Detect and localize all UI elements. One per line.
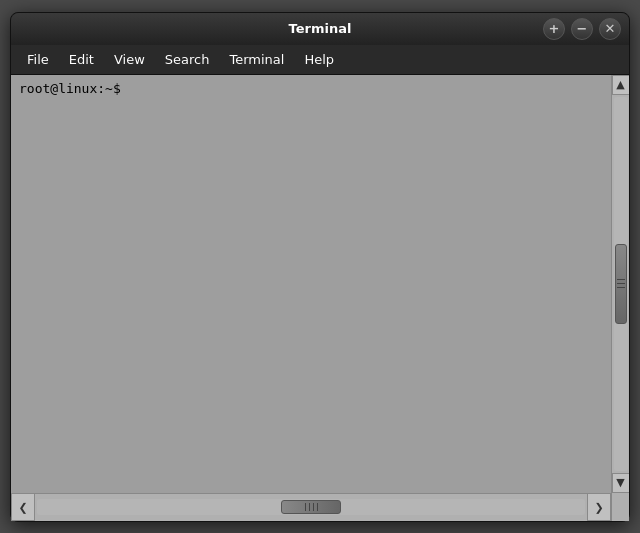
scroll-left-button[interactable]: ❮: [11, 493, 35, 521]
scrollbar-vertical: ▲ ▼: [611, 75, 629, 493]
menu-terminal[interactable]: Terminal: [219, 48, 294, 71]
window-title: Terminal: [289, 21, 352, 36]
bottom-scrollbar-area: ❮ ❯: [11, 493, 629, 521]
window-controls: + − ✕: [543, 18, 621, 40]
scroll-thumb-vertical[interactable]: [615, 244, 627, 324]
menu-bar: File Edit View Search Terminal Help: [11, 45, 629, 75]
grip-h-line-2: [309, 503, 310, 511]
terminal-prompt: root@linux:~$: [19, 81, 121, 96]
scroll-thumb-grip: [617, 279, 625, 288]
scroll-up-button[interactable]: ▲: [612, 75, 630, 95]
menu-search[interactable]: Search: [155, 48, 220, 71]
scrollbar-corner: [611, 493, 629, 521]
grip-line-1: [617, 279, 625, 280]
scroll-down-button[interactable]: ▼: [612, 473, 630, 493]
title-bar: Terminal + − ✕: [11, 13, 629, 45]
grip-line-2: [617, 283, 625, 284]
terminal-content[interactable]: root@linux:~$: [11, 75, 611, 493]
grip-h-line-4: [317, 503, 318, 511]
scroll-track-vertical[interactable]: [614, 97, 628, 471]
close-button[interactable]: ✕: [599, 18, 621, 40]
minimize-button[interactable]: −: [571, 18, 593, 40]
grip-h-line-1: [305, 503, 306, 511]
scroll-right-button[interactable]: ❯: [587, 493, 611, 521]
menu-edit[interactable]: Edit: [59, 48, 104, 71]
grip-h-line-3: [313, 503, 314, 511]
add-button[interactable]: +: [543, 18, 565, 40]
menu-file[interactable]: File: [17, 48, 59, 71]
terminal-wrapper: root@linux:~$ ▲ ▼: [11, 75, 629, 493]
scroll-thumb-horizontal[interactable]: [281, 500, 341, 514]
terminal-window: Terminal + − ✕ File Edit View Search Ter…: [10, 12, 630, 522]
scroll-track-horizontal[interactable]: [37, 499, 585, 515]
menu-help[interactable]: Help: [294, 48, 344, 71]
menu-view[interactable]: View: [104, 48, 155, 71]
scroll-thumb-h-grip: [305, 503, 318, 511]
grip-line-3: [617, 287, 625, 288]
